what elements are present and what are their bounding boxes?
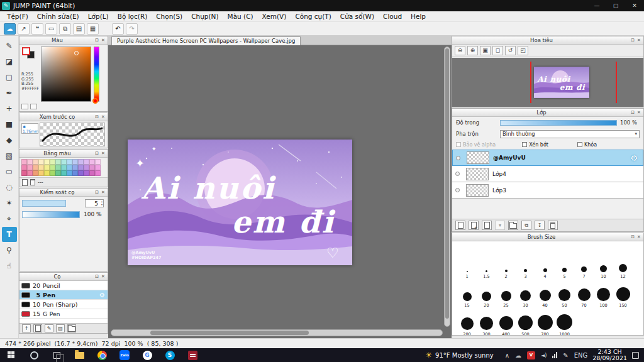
menu-item[interactable]: Tệp(F) (3, 11, 33, 22)
panel-detach-icon[interactable]: ⊡ (94, 151, 100, 156)
panel-close-icon[interactable]: ✕ (636, 110, 642, 115)
panel-close-icon[interactable]: ✕ (100, 151, 106, 156)
palette-swatch[interactable] (44, 165, 50, 170)
shape-tool[interactable]: ■ (2, 117, 17, 132)
merge-layer-button[interactable]: ↧ (535, 221, 545, 230)
panel-close-icon[interactable]: ✕ (636, 38, 642, 43)
navigator-view[interactable]: Ai nuôi em đi (452, 58, 643, 107)
notification-center-icon[interactable] (632, 352, 639, 359)
brush-size-option[interactable]: 200 (457, 309, 477, 336)
layer-property-button[interactable] (482, 221, 492, 230)
document-tab[interactable]: Purple Aesthetic Home Screen PC Wallpape… (111, 36, 301, 45)
panel-close-icon[interactable]: ✕ (100, 114, 106, 119)
palette-swatch[interactable] (67, 170, 72, 176)
saturation-value-picker[interactable] (41, 47, 91, 102)
palette-swatch[interactable] (33, 170, 38, 176)
vlc-icon[interactable]: V (527, 351, 535, 359)
panel-close-icon[interactable]: ✕ (100, 274, 106, 279)
windows-ink-pen-icon[interactable]: ✎ (563, 352, 568, 359)
palette-swatch[interactable] (27, 165, 33, 170)
visibility-toggle[interactable] (452, 172, 462, 176)
stepper-icon[interactable]: ▴▾ (101, 200, 103, 206)
palette-swatch[interactable] (61, 170, 67, 176)
palette-swatch[interactable] (95, 159, 101, 165)
eraser-tool[interactable]: ◪ (2, 54, 17, 69)
menu-item[interactable]: Bộ lọc(R) (113, 11, 152, 22)
comment-icon[interactable]: ❝ (31, 23, 43, 35)
palette-swatch[interactable] (55, 170, 61, 176)
brush-size-slider[interactable] (22, 200, 66, 207)
palette-swatch[interactable] (67, 165, 72, 170)
brush-size-option[interactable]: 25 (496, 280, 516, 309)
palette-swatch[interactable] (61, 165, 67, 170)
magic-wand-tool[interactable]: ✶ (2, 195, 17, 211)
menu-item[interactable]: Help (406, 11, 430, 22)
palette-swatch[interactable] (78, 170, 84, 176)
panel-close-icon[interactable]: ✕ (100, 190, 106, 195)
layer-settings-gear-icon[interactable]: ⚙ (630, 153, 638, 163)
brush-size-option[interactable]: 70 (574, 280, 594, 309)
brush-size-option[interactable]: 5 (555, 251, 574, 280)
edit-brush-button[interactable]: ✎ (45, 324, 53, 332)
palette-swatch[interactable] (50, 170, 55, 176)
delete-color-button[interactable] (30, 179, 35, 185)
color-slider-button[interactable] (30, 104, 37, 109)
brush-row-selected[interactable]: 5 Pen ⚙ (19, 290, 108, 300)
hand-tool[interactable]: ☝ (2, 258, 17, 273)
monitor-icon[interactable]: ▭ (45, 23, 57, 35)
menu-item[interactable]: Chụp(N) (187, 11, 223, 22)
brush-settings-gear-icon[interactable]: ⚙ (99, 292, 105, 299)
marquee-tool[interactable]: ▢ (2, 70, 17, 85)
pages-icon[interactable]: ⧉ (59, 23, 71, 35)
add-color-button[interactable] (22, 179, 28, 186)
palette-swatch[interactable] (89, 159, 95, 165)
add-brush-button[interactable] (33, 324, 42, 332)
vertical-scroll-thumb[interactable] (445, 48, 449, 319)
checkbox-icon[interactable] (577, 142, 582, 147)
brush-size-option[interactable]: 15 (457, 280, 477, 309)
brush-size-option[interactable]: 1.5 (477, 251, 496, 280)
palette-swatch[interactable] (44, 170, 50, 176)
actual-size-icon[interactable]: ◻ (492, 46, 503, 55)
palette-swatch[interactable] (21, 165, 27, 170)
hue-cursor[interactable] (92, 98, 98, 104)
nav-settings-icon[interactable]: ◰ (518, 46, 528, 55)
palette-swatch[interactable] (84, 165, 89, 170)
zoom-in-icon[interactable]: ⊕ (467, 46, 478, 55)
layer-row-selected[interactable]: @AmyUvU ⚙ (452, 150, 643, 166)
panel-detach-icon[interactable]: ⊡ (630, 38, 636, 43)
cortana-search-button[interactable] (23, 348, 45, 362)
brush-size-option[interactable]: 40 (535, 280, 555, 309)
brush-list-button[interactable]: ▤ (56, 324, 65, 332)
share-icon[interactable]: ↗ (18, 23, 30, 35)
brush-size-option[interactable]: 400 (496, 309, 516, 336)
palette-swatch[interactable] (33, 159, 38, 165)
brush-size-option[interactable]: 100 (594, 280, 613, 309)
palette-swatch[interactable] (78, 159, 84, 165)
panel-detach-icon[interactable]: ⊡ (94, 114, 100, 119)
upload-brush-button[interactable]: ↑ (22, 324, 31, 332)
visibility-toggle[interactable] (452, 188, 462, 192)
palette-swatch[interactable] (84, 159, 89, 165)
layer-row[interactable]: Lớp4 (452, 166, 643, 182)
navigator-thumbnail[interactable]: Ai nuôi em đi (534, 67, 589, 98)
brush-size-option[interactable]: 3 (516, 251, 535, 280)
picker-tool[interactable]: ⌖ (2, 211, 17, 226)
palette-swatch[interactable] (89, 165, 95, 170)
brush-folder-button[interactable] (67, 324, 76, 332)
sv-cursor[interactable] (74, 51, 79, 55)
zoom-tool[interactable]: ⚲ (2, 243, 17, 258)
palette-swatch[interactable] (72, 165, 78, 170)
start-button[interactable] (0, 348, 23, 362)
reset-view-icon[interactable]: ↺ (505, 46, 516, 55)
palette-swatch[interactable] (21, 159, 27, 165)
skype-button[interactable]: S (158, 348, 181, 362)
panel-close-icon[interactable]: ✕ (100, 38, 106, 43)
brush-row[interactable]: 20 Pencil (19, 281, 108, 290)
lock-option[interactable]: Khóa (577, 142, 597, 148)
brush-row[interactable]: 10 Pen (Sharp) (19, 300, 108, 309)
weather-widget[interactable]: ☀ 91°F Mostly sunny (425, 351, 493, 359)
palette-swatch[interactable] (84, 170, 89, 176)
brush-tool[interactable]: ✎ (2, 38, 17, 53)
palette-swatch[interactable] (78, 165, 84, 170)
